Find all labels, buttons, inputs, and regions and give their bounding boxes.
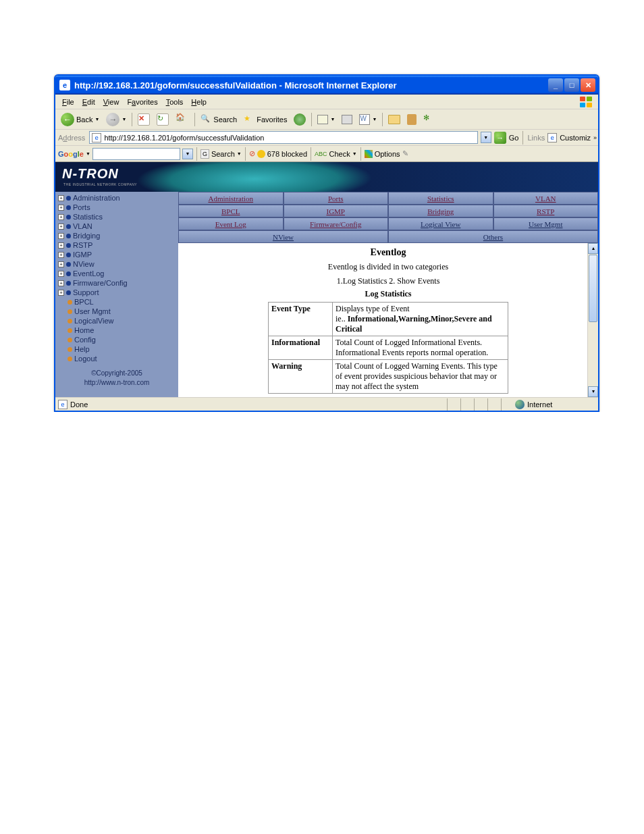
sidebar-item-eventlog[interactable]: +EventLog bbox=[55, 269, 178, 278]
tab-bpcl[interactable]: BPCL bbox=[178, 205, 284, 217]
menubar: File Edit View Favorites Tools Help bbox=[55, 95, 598, 109]
address-dropdown[interactable]: ▼ bbox=[481, 132, 491, 143]
sidebar-item-help[interactable]: Help bbox=[55, 344, 178, 354]
sidebar-item-statistics[interactable]: +Statistics bbox=[55, 212, 178, 221]
sidebar-item-administration[interactable]: +Administration bbox=[55, 193, 178, 203]
warning-header: Warning bbox=[269, 360, 333, 394]
refresh-button[interactable]: ↻ bbox=[154, 112, 171, 127]
ntron-tagline: THE INDUSTRIAL NETWORK COMPANY bbox=[63, 182, 137, 186]
expand-icon[interactable]: + bbox=[58, 242, 64, 249]
sidebar-item-firmware-config[interactable]: +Firmware/Config bbox=[55, 278, 178, 288]
page-icon: e bbox=[547, 133, 557, 142]
go-button[interactable]: → bbox=[494, 132, 506, 144]
menu-file[interactable]: File bbox=[58, 97, 78, 107]
page-title: Eventlog bbox=[181, 247, 595, 258]
google-search-button[interactable]: Search bbox=[211, 150, 235, 158]
sidebar-item-support[interactable]: +Support bbox=[55, 288, 178, 297]
google-logo[interactable]: Google bbox=[58, 150, 84, 158]
tab-bridging[interactable]: Bridging bbox=[388, 205, 493, 217]
sidebar-item-label: LogicalView bbox=[74, 317, 114, 325]
expand-icon[interactable]: + bbox=[58, 214, 64, 220]
tab-nview[interactable]: NView bbox=[178, 230, 388, 243]
desc-text: Eventlog is divided in two categories bbox=[181, 262, 595, 272]
log-table: Event Type Displays type of Event ie.. I… bbox=[268, 302, 508, 394]
stop-icon: ✕ bbox=[138, 113, 150, 126]
search-button[interactable]: 🔍 Search bbox=[198, 113, 240, 126]
sidebar-item-nview[interactable]: +NView bbox=[55, 259, 178, 269]
sidebar-item-label: Support bbox=[73, 288, 99, 296]
google-search-input[interactable] bbox=[92, 148, 180, 160]
scroll-thumb[interactable] bbox=[589, 255, 597, 322]
sidebar-item-rstp[interactable]: +RSTP bbox=[55, 240, 178, 250]
expand-icon[interactable]: + bbox=[58, 205, 64, 211]
tab-user-mgmt[interactable]: User Mgmt bbox=[493, 217, 599, 230]
sidebar-item-config[interactable]: Config bbox=[55, 335, 178, 344]
tab-rstp[interactable]: RSTP bbox=[493, 205, 599, 217]
options-more-icon[interactable]: ✎ bbox=[402, 149, 408, 158]
menu-edit[interactable]: Edit bbox=[78, 97, 99, 107]
vertical-scrollbar[interactable]: ▴ ▾ bbox=[587, 243, 598, 397]
expand-icon[interactable]: + bbox=[58, 280, 64, 286]
expand-icon[interactable]: + bbox=[58, 261, 64, 267]
folder-button[interactable] bbox=[385, 113, 403, 126]
sidebar-item-ports[interactable]: +Ports bbox=[55, 203, 178, 212]
stop-button[interactable]: ✕ bbox=[135, 112, 153, 127]
sidebar-item-igmp[interactable]: +IGMP bbox=[55, 250, 178, 259]
scroll-up-button[interactable]: ▴ bbox=[588, 243, 598, 254]
expand-icon[interactable]: + bbox=[58, 224, 64, 230]
categories-text: 1.Log Statistics 2. Show Events bbox=[181, 276, 595, 286]
sidebar-item-user-mgmt[interactable]: User Mgmt bbox=[55, 307, 178, 316]
address-input[interactable]: e http://192.168.1.201/goform/successful… bbox=[89, 131, 477, 144]
expand-icon[interactable]: + bbox=[58, 195, 64, 201]
expand-icon[interactable]: + bbox=[58, 252, 64, 258]
tab-logical-view[interactable]: Logical View bbox=[388, 217, 493, 230]
bullet-icon bbox=[66, 215, 71, 219]
home-button[interactable]: 🏠 bbox=[173, 111, 192, 128]
blocked-count[interactable]: 678 blocked bbox=[267, 150, 307, 158]
tab-statistics[interactable]: Statistics bbox=[388, 192, 493, 205]
favorites-button[interactable]: ★ Favorites bbox=[241, 113, 290, 126]
expand-icon[interactable]: + bbox=[58, 271, 64, 277]
tab-administration[interactable]: Administration bbox=[178, 192, 284, 205]
menu-help[interactable]: Help bbox=[187, 97, 211, 107]
sidebar-item-logicalview[interactable]: LogicalView bbox=[55, 316, 178, 325]
tab-ports[interactable]: Ports bbox=[284, 192, 389, 205]
expand-icon[interactable]: + bbox=[58, 290, 64, 296]
menu-tools[interactable]: Tools bbox=[162, 97, 188, 107]
expand-icon[interactable]: + bbox=[58, 233, 64, 239]
sidebar-item-bridging[interactable]: +Bridging bbox=[55, 231, 178, 240]
tab-event-log[interactable]: Event Log bbox=[178, 217, 284, 230]
check-button[interactable]: Check bbox=[329, 150, 350, 158]
back-label: Back bbox=[76, 115, 92, 124]
sidebar-item-logout[interactable]: Logout bbox=[55, 354, 178, 363]
ntron-logo: N-TRON bbox=[62, 166, 119, 182]
messenger-button[interactable]: ✻ bbox=[421, 112, 438, 127]
tab-firmware-config[interactable]: Firmware/Config bbox=[284, 217, 389, 230]
minimize-button[interactable]: _ bbox=[548, 78, 563, 92]
scroll-down-button[interactable]: ▾ bbox=[588, 386, 598, 397]
links-label: Links bbox=[527, 134, 545, 142]
close-button[interactable]: ✕ bbox=[581, 78, 595, 92]
customize-link[interactable]: Customiz bbox=[560, 134, 591, 142]
search-icon: 🔍 bbox=[200, 114, 211, 125]
media-button[interactable] bbox=[291, 112, 308, 127]
tab-others[interactable]: Others bbox=[388, 230, 598, 243]
options-button[interactable]: Options bbox=[375, 150, 400, 158]
google-search-dropdown[interactable]: ▼ bbox=[182, 149, 193, 159]
mail-button[interactable]: ▼ bbox=[315, 113, 338, 126]
menu-favorites[interactable]: Favorites bbox=[123, 97, 161, 107]
edit-button[interactable]: W▼ bbox=[356, 113, 379, 126]
sidebar-item-home[interactable]: Home bbox=[55, 325, 178, 335]
menu-view[interactable]: View bbox=[99, 97, 124, 107]
sidebar-item-label: Help bbox=[74, 345, 90, 353]
sidebar-item-bpcl[interactable]: BPCL bbox=[55, 297, 178, 307]
forward-button[interactable]: → ▼ bbox=[103, 111, 129, 128]
research-button[interactable] bbox=[404, 113, 419, 126]
tab-vlan[interactable]: VLAN bbox=[493, 192, 599, 205]
back-button[interactable]: ← Back ▼ bbox=[58, 111, 102, 128]
print-button[interactable] bbox=[339, 113, 355, 126]
maximize-button[interactable]: □ bbox=[564, 78, 579, 92]
sidebar-item-vlan[interactable]: +VLAN bbox=[55, 221, 178, 231]
tab-igmp[interactable]: IGMP bbox=[284, 205, 389, 217]
titlebar: e http://192.168.1.201/goform/successful… bbox=[55, 76, 598, 95]
